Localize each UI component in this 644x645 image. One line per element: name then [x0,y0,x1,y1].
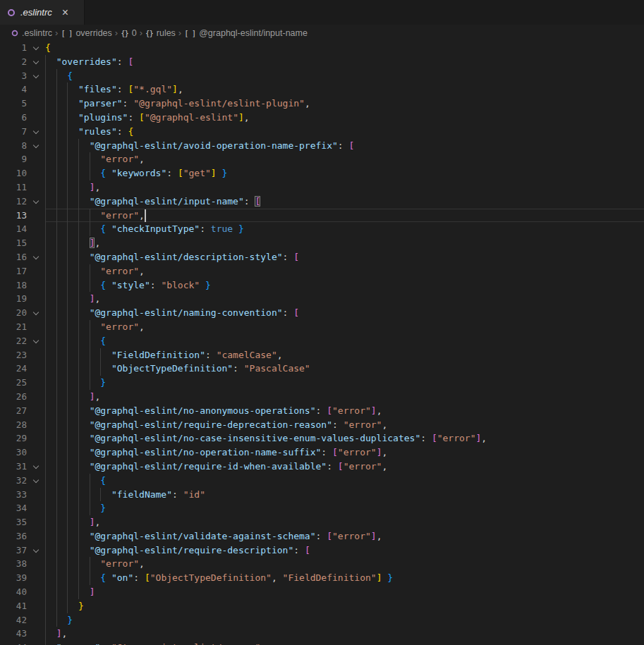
code-text[interactable]: ], [45,390,644,404]
line-number: 17 [0,264,27,278]
code-text[interactable]: "files": ["*.gql"], [45,82,644,97]
code-text[interactable]: { "keywords": ["get"] } [45,166,644,180]
fold-column [27,111,45,125]
code-text[interactable]: } [45,599,644,613]
chevron-down-icon[interactable] [33,198,39,204]
code-text[interactable]: { [45,41,644,55]
code-text[interactable]: "parser": "@graphql-eslint/eslint-plugin… [45,97,644,111]
code-text[interactable]: { [45,69,644,83]
code-text[interactable]: } [45,376,644,390]
tab-eslintrc[interactable]: .eslintrc × [0,0,85,25]
code-text[interactable]: "@graphql-eslint/validate-against-schema… [45,529,644,543]
code-text[interactable]: { "checkInputType": true } [45,222,644,236]
code-text[interactable]: "error", [45,152,644,166]
code-text[interactable]: { "style": "block" } [45,278,644,293]
line-number: 7 [0,125,27,139]
code-text[interactable]: "ObjectTypeDefinition": "PascalCase" [45,362,644,376]
code-text[interactable]: ], [45,236,644,250]
code-text[interactable]: "parser": "@typescript-eslint/parser" [45,641,644,645]
code-text[interactable]: "@graphql-eslint/require-description": [ [45,543,644,558]
chevron-down-icon[interactable] [33,142,39,147]
breadcrumb-item[interactable]: [ ]overrides [61,28,111,38]
chevron-down-icon[interactable] [33,477,39,482]
breadcrumb-item[interactable]: [ ]@graphql-eslint/input-name [184,28,308,38]
fold-column [27,348,45,362]
code-text[interactable]: "plugins": ["@graphql-eslint"], [45,111,644,125]
breadcrumb-item[interactable]: {}rules [145,28,176,38]
code-line: 37 "@graphql-eslint/require-description"… [0,543,644,558]
chevron-down-icon[interactable] [33,254,39,259]
fold-column [27,641,45,645]
line-number: 8 [0,139,27,153]
fold-column [27,571,45,585]
code-line: 19 ], [0,292,644,306]
code-line: 35 ], [0,515,644,529]
code-text[interactable]: "error", [45,557,644,571]
line-number: 32 [0,474,27,488]
code-text[interactable]: ], [45,292,644,306]
code-text[interactable]: "error", [45,264,644,278]
code-text[interactable]: ], [45,515,644,529]
code-text[interactable]: } [45,501,644,515]
code-text[interactable]: "@graphql-eslint/no-operation-name-suffi… [45,446,644,460]
breadcrumb-item[interactable]: .eslintrc [11,28,52,38]
array-symbol-icon: [ ] [61,29,72,37]
line-number: 22 [0,334,27,348]
tab-title: .eslintrc [20,7,52,18]
code-line: 43 ], [0,627,644,641]
breadcrumb-label: .eslintrc [22,28,52,38]
code-text[interactable]: "fieldName": "id" [45,488,644,502]
line-number: 11 [0,180,27,195]
fold-column [27,195,45,209]
code-text[interactable]: "@graphql-eslint/description-style": [ [45,250,644,264]
chevron-down-icon[interactable] [33,463,39,469]
breadcrumb-item[interactable]: {}0 [121,28,137,38]
code-text[interactable]: "@graphql-eslint/avoid-operation-name-pr… [45,139,644,153]
chevron-down-icon[interactable] [33,546,39,552]
close-tab-icon[interactable]: × [62,7,68,18]
code-line: 38 "error", [0,557,644,571]
code-line: 22 { [0,334,644,348]
code-line: 28 "@graphql-eslint/require-deprecation-… [0,418,644,432]
line-number: 10 [0,166,27,180]
code-text[interactable]: "error", [45,209,644,223]
code-text[interactable]: { [45,474,644,488]
line-number: 33 [0,488,27,502]
code-text[interactable]: "@graphql-eslint/require-deprecation-rea… [45,418,644,432]
fold-column [27,460,45,474]
fold-column [27,599,45,613]
code-text[interactable]: { [45,334,644,348]
chevron-down-icon[interactable] [33,59,39,64]
code-text[interactable]: "overrides": [ [45,55,644,69]
line-number: 34 [0,501,27,515]
line-number: 40 [0,585,27,599]
code-line: 33 "fieldName": "id" [0,488,644,502]
code-line: 20 "@graphql-eslint/naming-convention": … [0,306,644,320]
code-text[interactable]: "FieldDefinition": "camelCase", [45,348,644,362]
chevron-down-icon[interactable] [33,128,39,134]
code-text[interactable]: ], [45,627,644,641]
code-line: 7 "rules": { [0,125,644,139]
code-text[interactable]: "@graphql-eslint/no-anonymous-operations… [45,404,644,418]
fold-column [27,69,45,83]
code-text[interactable]: "@graphql-eslint/input-name": [ [45,195,644,209]
chevron-down-icon[interactable] [33,44,39,50]
chevron-down-icon[interactable] [33,72,39,78]
code-text[interactable]: ], [45,180,644,195]
line-number: 24 [0,362,27,376]
code-line: 23 "FieldDefinition": "camelCase", [0,348,644,362]
code-text[interactable]: "@graphql-eslint/naming-convention": [ [45,306,644,320]
chevron-down-icon[interactable] [33,309,39,315]
code-line: 15 ], [0,236,644,250]
chevron-down-icon[interactable] [33,337,39,343]
code-text[interactable]: ] [45,585,644,599]
code-line: 29 "@graphql-eslint/no-case-insensitive-… [0,431,644,446]
code-text[interactable]: "error", [45,320,644,334]
code-editor[interactable]: 1{2 "overrides": [3 {4 "files": ["*.gql"… [0,41,644,645]
breadcrumb: .eslintrc›[ ]overrides›{}0›{}rules›[ ]@g… [0,25,644,41]
code-text[interactable]: "rules": { [45,125,644,139]
code-text[interactable]: } [45,613,644,627]
code-text[interactable]: { "on": ["ObjectTypeDefinition", "FieldD… [45,571,644,585]
code-text[interactable]: "@graphql-eslint/require-id-when-availab… [45,460,644,474]
code-text[interactable]: "@graphql-eslint/no-case-insensitive-enu… [45,431,644,446]
